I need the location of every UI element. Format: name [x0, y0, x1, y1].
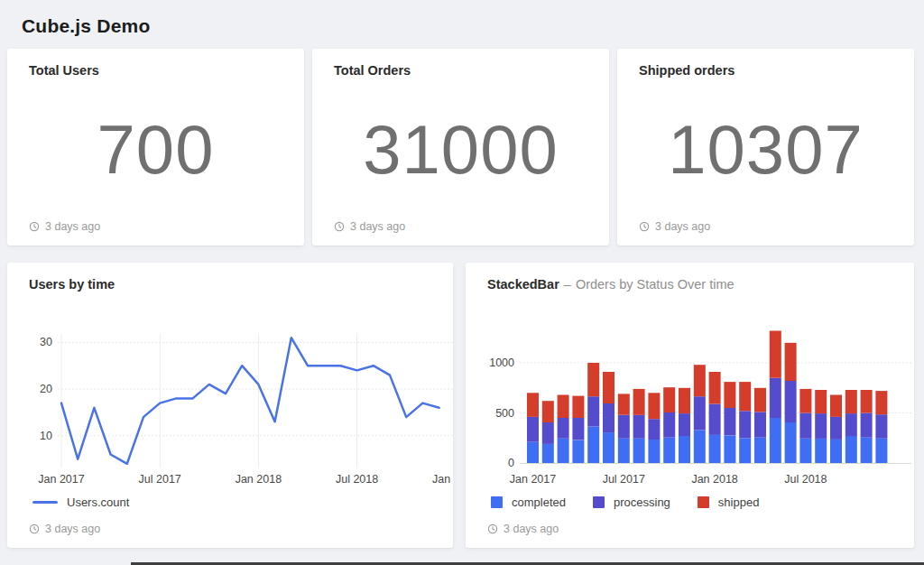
kpi-card-shipped-orders: Shipped orders 10307 3 days ago	[617, 49, 914, 245]
users-by-time-chart: Jan 2017Jul 2017Jan 2018Jul 2018Jan 2019…	[29, 328, 453, 486]
chart-title-bold: StackedBar	[487, 277, 559, 292]
legend-item-completed[interactable]: completed	[491, 496, 566, 509]
legend-item-shipped[interactable]: shipped	[698, 496, 760, 509]
kpi-updated: 3 days ago	[617, 220, 914, 245]
chart-updated: 3 days ago	[466, 523, 914, 548]
updated-text: 3 days ago	[655, 220, 710, 233]
clock-icon	[487, 523, 498, 534]
kpi-card-total-orders: Total Orders 31000 3 days ago	[312, 49, 609, 245]
legend-label: completed	[512, 496, 566, 509]
updated-text: 3 days ago	[504, 523, 559, 535]
legend-item-processing[interactable]: processing	[593, 496, 670, 509]
svg-text:Jul 2017: Jul 2017	[603, 473, 645, 486]
page-title: Cube.js Demo	[22, 15, 902, 37]
kpi-updated: 3 days ago	[7, 220, 304, 245]
chart-title-rest: Orders by Status Over time	[576, 277, 735, 292]
legend-label: processing	[614, 496, 670, 509]
svg-text:Jul 2018: Jul 2018	[784, 473, 827, 486]
clock-icon	[639, 221, 650, 232]
chart-updated: 3 days ago	[7, 523, 453, 548]
bar-chart-legend: completed processing shipped	[491, 493, 914, 511]
users-by-time-card: Users by time Jan 2017Jul 2017Jan 2018Ju…	[7, 263, 453, 548]
kpi-value: 10307	[668, 110, 863, 189]
svg-text:10: 10	[40, 430, 52, 442]
bar-chart-svg: 05001000Jan 2017Jul 2017Jan 2018Jul 2018	[487, 328, 911, 486]
kpi-title: Total Users	[29, 63, 99, 78]
line-chart-svg: Jan 2017Jul 2017Jan 2018Jul 2018Jan 2019…	[29, 328, 453, 486]
svg-text:500: 500	[495, 407, 514, 420]
kpi-title: Shipped orders	[639, 63, 735, 78]
legend-line-swatch	[32, 501, 58, 504]
legend-label: shipped	[718, 496, 760, 509]
updated-text: 3 days ago	[350, 220, 405, 233]
clock-icon	[29, 523, 40, 534]
kpi-value: 700	[97, 110, 215, 189]
legend-swatch-completed	[491, 496, 503, 508]
updated-text: 3 days ago	[45, 220, 100, 233]
orders-by-status-chart: 05001000Jan 2017Jul 2017Jan 2018Jul 2018	[487, 328, 914, 486]
clock-icon	[29, 221, 40, 232]
svg-text:30: 30	[40, 336, 52, 348]
chart-title-separator: –	[564, 277, 571, 292]
line-chart-legend: Users.count	[32, 493, 453, 511]
legend-item-users-count[interactable]: Users.count	[32, 496, 129, 509]
svg-text:1000: 1000	[489, 357, 514, 369]
legend-label: Users.count	[67, 496, 129, 509]
kpi-value: 31000	[363, 110, 558, 189]
chart-row: Users by time Jan 2017Jul 2017Jan 2018Ju…	[0, 245, 924, 548]
chart-title: Users by time	[29, 277, 115, 292]
svg-text:Jan 2018: Jan 2018	[236, 473, 282, 486]
page-header: Cube.js Demo	[0, 0, 924, 49]
svg-text:Jan 2018: Jan 2018	[691, 473, 737, 486]
clock-icon	[334, 221, 345, 232]
stacked-bar-card: StackedBar–Orders by Status Over time 05…	[466, 263, 914, 548]
svg-text:Jul 2018: Jul 2018	[336, 473, 378, 486]
kpi-row: Total Users 700 3 days ago Total Orders …	[0, 49, 924, 245]
kpi-card-total-users: Total Users 700 3 days ago	[7, 49, 304, 245]
svg-text:20: 20	[40, 383, 52, 395]
svg-text:Jan 2019: Jan 2019	[432, 473, 453, 486]
legend-swatch-processing	[593, 496, 605, 508]
svg-text:Jul 2017: Jul 2017	[139, 473, 181, 486]
legend-swatch-shipped	[698, 496, 709, 508]
svg-text:Jan 2017: Jan 2017	[510, 473, 556, 486]
kpi-title: Total Orders	[334, 63, 411, 78]
svg-text:Jan 2017: Jan 2017	[38, 473, 84, 486]
kpi-updated: 3 days ago	[312, 220, 609, 245]
svg-text:0: 0	[508, 457, 514, 469]
updated-text: 3 days ago	[45, 523, 100, 535]
